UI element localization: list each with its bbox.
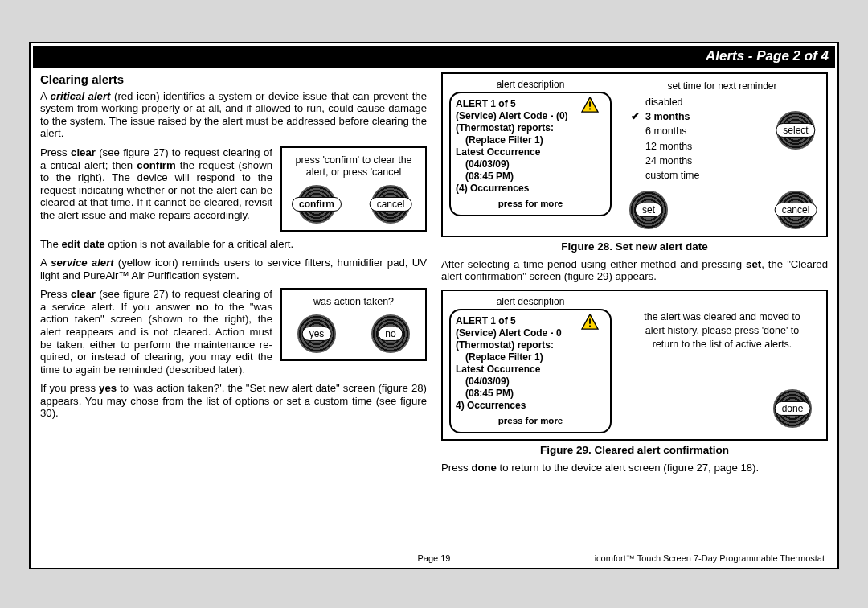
right-column: alert description ALERT 1 of 5 (Service)… xyxy=(441,72,828,480)
product-name: icomfort™ Touch Screen 7-Day Programmabl… xyxy=(595,553,825,563)
svg-rect-1 xyxy=(589,102,591,107)
dialog-prompt: was action taken? xyxy=(287,296,420,308)
cleared-message: the alert was cleared and moved to alert… xyxy=(642,310,803,351)
paragraph: Press clear (see figure 27) to request c… xyxy=(40,288,272,376)
svg-rect-4 xyxy=(589,319,591,324)
page-header: Alerts - Page 2 of 4 xyxy=(33,46,835,68)
select-button[interactable]: select xyxy=(773,111,818,150)
reminder-label: set time for next reminder xyxy=(626,80,818,92)
left-column: Clearing alerts A critical alert (red ic… xyxy=(40,72,427,480)
page-number: Page 19 xyxy=(418,553,451,563)
paragraph: A critical alert (red icon) identifies a… xyxy=(40,90,427,140)
paragraph: After selecting a time period using eith… xyxy=(441,258,828,283)
page-footer: Page 19 icomfort™ Touch Screen 7-Day Pro… xyxy=(31,553,837,563)
option-disabled[interactable]: disabled xyxy=(631,95,818,109)
confirm-dialog: press 'confirm' to clear the alert, or p… xyxy=(280,146,427,232)
warning-icon xyxy=(581,314,599,330)
alert-box: ALERT 1 of 5 (Service) Alert Code - (0) … xyxy=(449,92,612,216)
alert-box: ALERT 1 of 5 (Service) Alert Code - 0 (T… xyxy=(449,309,612,433)
no-button[interactable]: no xyxy=(368,314,413,353)
paragraph: Press done to return to the device alert… xyxy=(441,462,828,474)
cancel-button[interactable]: cancel xyxy=(773,191,818,229)
alert-description-label: alert description xyxy=(449,79,612,90)
cancel-button[interactable]: cancel xyxy=(368,185,413,224)
set-button[interactable]: set xyxy=(626,191,671,229)
yes-button[interactable]: yes xyxy=(294,314,339,353)
svg-rect-5 xyxy=(589,326,591,327)
section-heading: Clearing alerts xyxy=(40,72,427,87)
manual-page: Alerts - Page 2 of 4 Clearing alerts A c… xyxy=(29,42,839,569)
dialog-prompt: press 'confirm' to clear the alert, or p… xyxy=(287,154,420,179)
figure-29: alert description ALERT 1 of 5 (Service)… xyxy=(441,290,828,441)
paragraph: A service alert (yellow icon) reminds us… xyxy=(40,257,427,281)
option-24-months[interactable]: 24 months xyxy=(631,154,818,168)
confirm-button[interactable]: confirm xyxy=(294,185,339,224)
done-button[interactable]: done xyxy=(770,389,815,428)
paragraph: If you press yes to 'was action taken?',… xyxy=(40,382,427,420)
figure-28-caption: Figure 28. Set new alert date xyxy=(441,240,828,253)
alert-description-label: alert description xyxy=(449,296,612,307)
figure-29-caption: Figure 29. Cleared alert confirmation xyxy=(441,444,828,457)
figure-28: alert description ALERT 1 of 5 (Service)… xyxy=(441,72,828,237)
action-taken-dialog: was action taken? yes no xyxy=(280,288,427,361)
svg-rect-2 xyxy=(589,109,591,110)
option-custom-time[interactable]: custom time xyxy=(631,168,818,183)
warning-icon xyxy=(581,97,599,113)
paragraph: Press clear (see figure 27) to request c… xyxy=(40,146,272,221)
paragraph: The edit date option is not available fo… xyxy=(40,238,427,251)
